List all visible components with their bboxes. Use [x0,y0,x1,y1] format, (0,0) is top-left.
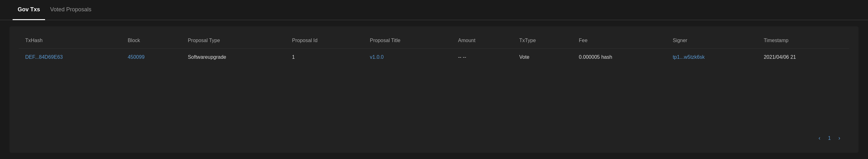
col-header-timestamp: Timestamp [757,33,849,49]
cell-amount: -- -- [452,49,513,66]
col-header-proposal-type: Proposal Type [182,33,286,49]
col-header-block: Block [121,33,182,49]
page-container: Gov Txs Voted Proposals TxHash Block Pro… [0,0,868,159]
table-row: DEF...84D69E63450099Softwareupgrade1v1.0… [19,49,849,66]
col-header-txtype: TxType [513,33,573,49]
cell-txtype: Vote [513,49,573,66]
tab-voted-proposals[interactable]: Voted Proposals [45,0,96,20]
tab-bar: Gov Txs Voted Proposals [0,0,868,20]
pagination-next-button[interactable]: › [836,133,843,143]
pagination-prev-button[interactable]: ‹ [816,133,823,143]
col-header-txhash: TxHash [19,33,121,49]
cell-fee: 0.000005 hash [572,49,666,66]
gov-txs-table: TxHash Block Proposal Type Proposal Id P… [19,33,849,66]
cell-proposal_id: 1 [286,49,364,66]
cell-proposal_title[interactable]: v1.0.0 [364,49,452,66]
table-header-row: TxHash Block Proposal Type Proposal Id P… [19,33,849,49]
pagination: ‹ 1 › [19,130,849,147]
col-header-signer: Signer [666,33,757,49]
tab-gov-txs[interactable]: Gov Txs [12,0,45,20]
cell-proposal_type: Softwareupgrade [182,49,286,66]
cell-txhash[interactable]: DEF...84D69E63 [19,49,121,66]
cell-timestamp: 2021/04/06 21 [757,49,849,66]
col-header-proposal-title: Proposal Title [364,33,452,49]
pagination-current-page: 1 [826,134,833,142]
col-header-fee: Fee [572,33,666,49]
cell-block[interactable]: 450099 [121,49,182,66]
col-header-amount: Amount [452,33,513,49]
table-wrapper: TxHash Block Proposal Type Proposal Id P… [19,33,849,130]
main-content: TxHash Block Proposal Type Proposal Id P… [9,27,859,153]
cell-signer[interactable]: tp1...w5tzk6sk [666,49,757,66]
col-header-proposal-id: Proposal Id [286,33,364,49]
